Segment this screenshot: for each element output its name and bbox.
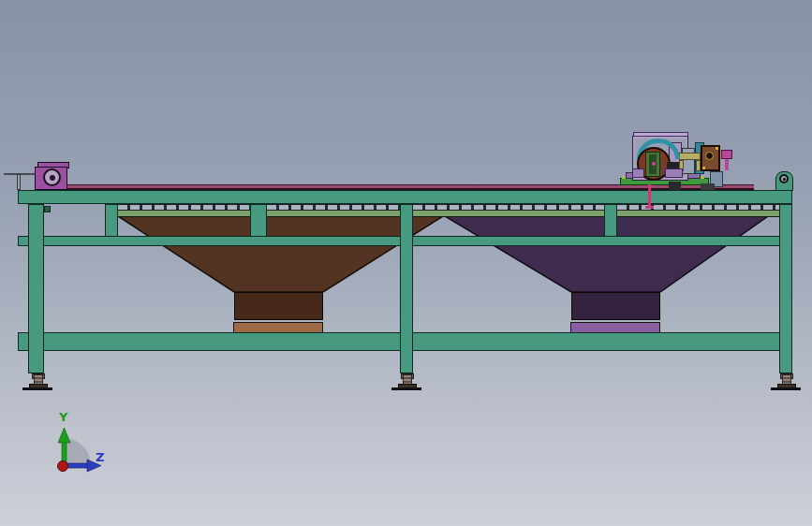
frame-leg-center[interactable] bbox=[400, 204, 413, 373]
gearbox-screw bbox=[702, 167, 705, 169]
head-base-block bbox=[701, 183, 715, 190]
frame-leg-right[interactable] bbox=[779, 204, 792, 373]
fill-tube-tip bbox=[645, 206, 654, 209]
bracket-foot bbox=[665, 168, 683, 178]
motor-guard-post bbox=[17, 174, 21, 190]
leveling-foot[interactable] bbox=[22, 373, 53, 391]
deck-strip bbox=[118, 210, 250, 217]
frame-post[interactable] bbox=[105, 204, 118, 237]
leveling-foot[interactable] bbox=[391, 373, 422, 391]
bracket-foot bbox=[632, 168, 644, 178]
fill-tube bbox=[648, 184, 651, 206]
head-clamp-rod bbox=[725, 159, 729, 170]
head-clamp bbox=[721, 150, 732, 159]
origin-ball bbox=[58, 461, 68, 472]
y-axis-arrowhead bbox=[58, 428, 70, 443]
head-top-bar bbox=[633, 132, 688, 137]
deck-strip bbox=[267, 210, 400, 217]
filling-head-assembly[interactable] bbox=[613, 129, 749, 211]
foot-base bbox=[391, 387, 421, 390]
deck-strip bbox=[617, 210, 779, 217]
y-axis-label: Y bbox=[58, 410, 68, 424]
wheel-center bbox=[652, 162, 656, 166]
leg-bracket bbox=[44, 206, 51, 212]
wheel-shaft bbox=[667, 162, 679, 168]
cad-viewport[interactable]: Y Z bbox=[0, 0, 812, 526]
z-axis-label: Z bbox=[96, 450, 104, 464]
foot-base bbox=[22, 387, 52, 390]
motor-shaft-center bbox=[50, 175, 55, 181]
bearing-center bbox=[783, 178, 786, 181]
frame-leg-left[interactable] bbox=[28, 204, 44, 373]
gearbox-bore bbox=[705, 152, 714, 160]
foot-base bbox=[771, 387, 801, 390]
head-support-bracket bbox=[679, 153, 701, 160]
frame-post[interactable] bbox=[250, 204, 267, 237]
coordinate-triad: Y Z bbox=[37, 407, 126, 487]
hopper-left-chute[interactable] bbox=[234, 292, 323, 320]
hopper-left-funnel[interactable] bbox=[118, 216, 443, 292]
gearbox-screw bbox=[716, 147, 718, 150]
head-base-block bbox=[669, 182, 681, 190]
deck-strip bbox=[413, 210, 604, 217]
leveling-foot[interactable] bbox=[770, 373, 802, 391]
hopper-right-chute[interactable] bbox=[571, 292, 660, 320]
